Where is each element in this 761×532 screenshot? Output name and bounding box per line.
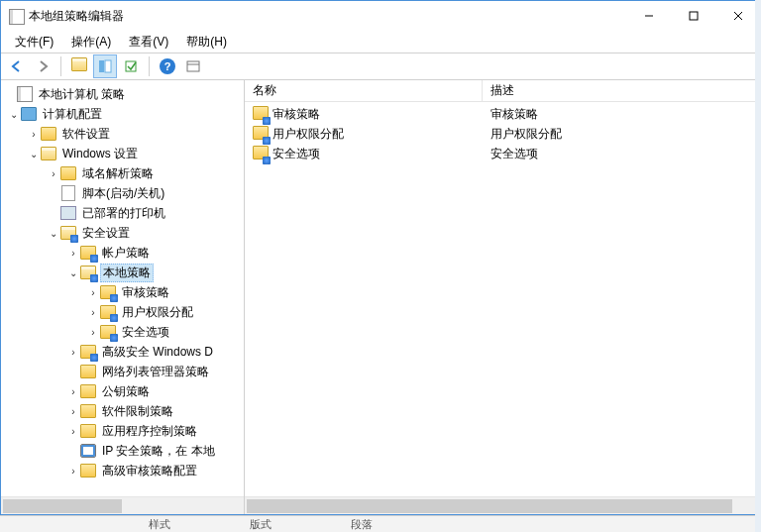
properties-button[interactable]: [181, 54, 205, 78]
cell-name: 安全选项: [272, 146, 320, 162]
twisty-open-icon[interactable]: ⌄: [47, 228, 60, 239]
list-item[interactable]: 审核策略 审核策略: [245, 104, 760, 124]
gpedit-window: 本地组策略编辑器 文件(F) 操作(A) 查看(V) 帮助(H) ?: [0, 0, 761, 515]
tree-label: 软件设置: [60, 126, 112, 143]
twisty-closed-icon[interactable]: ›: [86, 327, 100, 338]
help-button[interactable]: ?: [156, 54, 179, 78]
back-button[interactable]: [5, 54, 29, 78]
tree-scrollbar-horizontal[interactable]: [1, 496, 244, 514]
ipsec-icon: [80, 443, 96, 459]
twisty-closed-icon[interactable]: ›: [66, 466, 80, 477]
close-button[interactable]: [715, 1, 760, 31]
script-icon: [60, 185, 76, 201]
tree-label: 高级安全 Windows D: [100, 344, 215, 361]
folder-icon: [71, 57, 87, 75]
twisty-closed-icon[interactable]: ›: [47, 168, 60, 179]
svg-rect-7: [187, 61, 199, 71]
folder-icon: [80, 423, 96, 439]
tree-label: 已部署的打印机: [80, 205, 167, 222]
list-item[interactable]: 用户权限分配 用户权限分配: [245, 124, 760, 144]
tree-nlm[interactable]: 网络列表管理器策略: [1, 362, 244, 381]
twisty-open-icon[interactable]: ⌄: [7, 109, 21, 120]
policy-tree[interactable]: 本地计算机 策略 ⌄ 计算机配置 › 软件设置 ⌄ Windows 设置: [1, 80, 244, 496]
tree-label: 安全选项: [120, 324, 171, 341]
cell-desc: 用户权限分配: [483, 126, 760, 143]
policy-folder-icon: [100, 304, 116, 320]
export-list-button[interactable]: [119, 54, 143, 78]
folder-icon: [80, 463, 96, 479]
tree-label: 网络列表管理器策略: [100, 364, 211, 380]
tree-ipsec[interactable]: IP 安全策略，在 本地: [1, 441, 244, 461]
tree-label: Windows 设置: [60, 146, 140, 162]
toggle-tree-button[interactable]: [93, 54, 117, 78]
up-button[interactable]: [67, 54, 91, 78]
tree-srp[interactable]: › 软件限制策略: [1, 401, 244, 421]
menu-file[interactable]: 文件(F): [7, 32, 61, 53]
folder-icon: [60, 165, 76, 181]
twisty-closed-icon[interactable]: ›: [66, 426, 80, 437]
list-body[interactable]: 审核策略 审核策略 用户权限分配 用户权限分配 安全选项 安全选项: [245, 102, 760, 496]
twisty-open-icon[interactable]: ⌄: [27, 149, 41, 160]
tree-local-policies[interactable]: ⌄ 本地策略: [1, 263, 244, 282]
twisty-closed-icon[interactable]: ›: [66, 248, 80, 259]
tree-user-rights[interactable]: › 用户权限分配: [1, 302, 244, 322]
menu-view[interactable]: 查看(V): [121, 32, 176, 53]
help-icon: ?: [160, 58, 175, 74]
tree-label: 审核策略: [120, 284, 171, 301]
column-header-name[interactable]: 名称: [245, 80, 483, 101]
tree-account-policies[interactable]: › 帐户策略: [1, 243, 244, 263]
tree-adv-firewall[interactable]: › 高级安全 Windows D: [1, 342, 244, 362]
tree-adv-audit[interactable]: › 高级审核策略配置: [1, 461, 244, 480]
tree-security-options[interactable]: › 安全选项: [1, 322, 244, 342]
cell-desc: 审核策略: [483, 106, 760, 123]
tree-label: 脚本(启动/关机): [80, 185, 166, 202]
tree-printers[interactable]: 已部署的打印机: [1, 203, 244, 223]
tree-public-key[interactable]: › 公钥策略: [1, 381, 244, 401]
scrollbar-thumb[interactable]: [247, 499, 732, 513]
list-scrollbar-horizontal[interactable]: [245, 496, 760, 514]
window-title: 本地组策略编辑器: [29, 8, 124, 25]
twisty-closed-icon[interactable]: ›: [66, 347, 80, 358]
tree-software-settings[interactable]: › 软件设置: [1, 124, 244, 144]
title-bar: 本地组策略编辑器: [1, 1, 760, 31]
folder-icon: [80, 383, 96, 399]
maximize-button[interactable]: [671, 1, 715, 31]
body: 本地计算机 策略 ⌄ 计算机配置 › 软件设置 ⌄ Windows 设置: [1, 80, 760, 514]
tree-scripts[interactable]: 脚本(启动/关机): [1, 183, 244, 203]
svg-rect-5: [105, 60, 111, 72]
tree-label: 帐户策略: [100, 245, 152, 262]
twisty-closed-icon[interactable]: ›: [86, 307, 100, 318]
policy-folder-icon: [80, 344, 96, 360]
policy-folder-icon: [100, 284, 116, 300]
console-icon: [17, 86, 33, 102]
tree-label: 安全设置: [80, 225, 132, 242]
twisty-open-icon[interactable]: ⌄: [66, 267, 80, 278]
twisty-closed-icon[interactable]: ›: [27, 129, 41, 140]
menu-help[interactable]: 帮助(H): [178, 32, 235, 53]
twisty-closed-icon[interactable]: ›: [66, 406, 80, 417]
tree-security-settings[interactable]: ⌄ 安全设置: [1, 223, 244, 243]
twisty-closed-icon[interactable]: ›: [86, 287, 100, 298]
tree-computer-config[interactable]: ⌄ 计算机配置: [1, 104, 244, 124]
list-item[interactable]: 安全选项 安全选项: [245, 144, 760, 163]
scrollbar-thumb[interactable]: [3, 499, 122, 513]
tree-label: 应用程序控制策略: [100, 423, 199, 440]
tree-label: 高级审核策略配置: [100, 463, 199, 479]
tree-label: 本地计算机 策略: [37, 86, 127, 103]
menu-action[interactable]: 操作(A): [63, 32, 119, 53]
forward-button[interactable]: [31, 54, 54, 78]
minimize-button[interactable]: [626, 1, 671, 31]
tree-windows-settings[interactable]: ⌄ Windows 设置: [1, 144, 244, 163]
tree-name-resolution[interactable]: › 域名解析策略: [1, 163, 244, 183]
folder-icon: [41, 126, 56, 142]
tree-app-control[interactable]: › 应用程序控制策略: [1, 421, 244, 441]
twisty-closed-icon[interactable]: ›: [66, 386, 80, 397]
menu-bar: 文件(F) 操作(A) 查看(V) 帮助(H): [1, 31, 760, 53]
column-header-desc[interactable]: 描述: [483, 80, 760, 101]
tree-label: 用户权限分配: [120, 304, 195, 321]
security-folder-icon: [60, 225, 76, 241]
folder-open-icon: [41, 146, 56, 161]
background-right-edge: [755, 0, 761, 515]
tree-audit-policy[interactable]: › 审核策略: [1, 282, 244, 302]
tree-root[interactable]: 本地计算机 策略: [1, 84, 244, 104]
